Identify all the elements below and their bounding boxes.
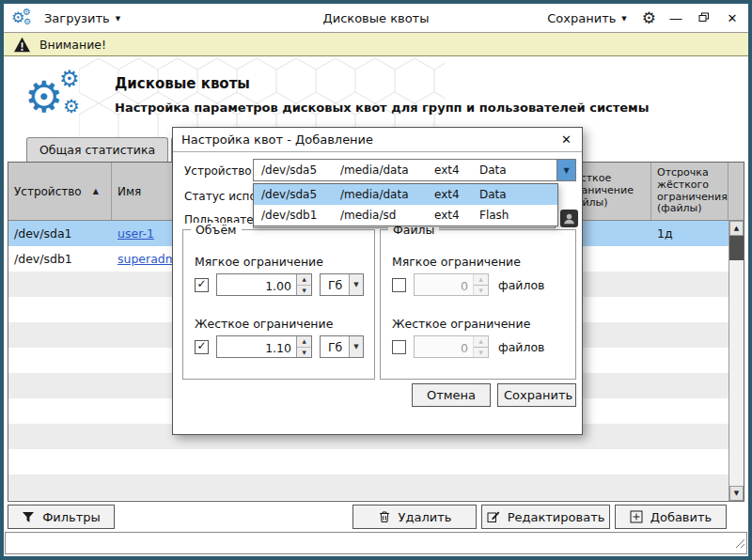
page-subtitle: Настройка параметров дисковых квот для г… [115,101,649,115]
add-button[interactable]: Добавить [615,505,727,529]
hard-limit-files-value: 0 [415,336,473,357]
spin-down-button[interactable]: ▼ [474,348,488,358]
hard-limit-label: Жесткое ограничение [195,317,333,331]
app-window: ⚙ ⚙ ⚙ Загрузить ▼ Дисковые квоты Сохрани… [0,0,752,560]
filters-button[interactable]: Фильтры [8,505,115,529]
spin-down-button[interactable]: ▼ [297,286,311,296]
dialog-close-button[interactable]: ✕ [559,132,573,147]
unit-value: Гб [321,340,349,354]
gear-icon: ⚙ [59,68,80,90]
caret-down-icon: ▼ [734,490,739,497]
spin-up-button[interactable]: ▲ [297,274,311,286]
column-header-label: Отсрочка жёсткого ограничения (файлы) [657,167,728,216]
option-fs: ext4 [434,209,479,222]
hard-limit-checkbox[interactable]: ✓ [195,340,209,354]
column-header-name[interactable]: Имя [112,163,176,220]
user-link[interactable]: superadmin [118,252,176,266]
soft-limit-unit-select[interactable]: Гб ▼ [320,273,364,296]
device-option[interactable]: /dev/sdb1 /media/sd ext4 Flash [254,205,557,226]
table-row [8,449,728,474]
edit-icon [487,510,500,523]
hard-limit-value: 1.10 [217,336,296,357]
warning-banner: Внимание! [4,32,748,56]
option-volume: Flash [479,209,557,222]
titlebar: ⚙ ⚙ ⚙ Загрузить ▼ Дисковые квоты Сохрани… [4,4,748,32]
save-button[interactable]: Сохранить [497,383,576,407]
delete-label: Удалить [399,510,452,524]
device-combobox[interactable]: /dev/sda5 /media/data ext4 Data ▼ [253,159,576,181]
restore-icon [698,12,710,24]
option-mount: /media/data [340,188,434,201]
edit-button[interactable]: Редактировать [481,505,610,529]
files-group: Файлы Мягкое ограничение 0 ▲ ▼ файлов Же… [380,229,576,380]
spin-up-button[interactable]: ▲ [474,336,488,348]
check-icon: ✓ [196,278,206,289]
dialog-title: Настройка квот - Добавление [181,132,373,147]
select-user-button[interactable] [559,210,578,228]
spin-up-button[interactable]: ▲ [297,336,311,348]
maximize-button[interactable] [696,12,713,24]
save-menu-button[interactable]: Сохранить ▼ [543,8,631,29]
spin-down-button[interactable]: ▼ [474,286,488,296]
spin-up-button[interactable]: ▲ [474,274,488,286]
combo-dropdown-button[interactable]: ▼ [556,160,575,180]
column-header-label: Устройство [14,185,82,198]
unit-value: Гб [321,278,349,292]
sort-ascending-icon: ▲ [93,187,99,195]
table-row [8,474,728,500]
cancel-button[interactable]: Отмена [412,383,491,407]
chevron-down-icon: ▼ [621,15,626,23]
vertical-scrollbar[interactable]: ▲ ▼ [728,221,744,501]
soft-limit-spinbox[interactable]: 1.00 ▲ ▼ [216,273,312,296]
cell-name: superadmin [112,246,176,272]
soft-limit-value: 1.00 [217,274,296,295]
gear-icon: ⚙ [24,75,63,118]
status-bar [5,532,747,554]
scrollbar-track[interactable] [729,236,744,486]
scroll-up-button[interactable]: ▲ [729,221,744,236]
user-icon [560,216,578,230]
quota-dialog: Настройка квот - Добавление ✕ Устройство… [172,127,583,435]
combo-mount-value: /media/data [340,163,434,177]
gear-icon: ⚙ [63,97,80,116]
minimize-button[interactable]: — [667,12,684,24]
files-suffix-label: файлов [498,340,544,354]
cell-device: /dev/sda1 [8,221,112,246]
load-menu-button[interactable]: Загрузить ▼ [40,8,124,29]
hard-limit-spinbox[interactable]: 1.10 ▲ ▼ [216,335,312,358]
gear-icon: ⚙ [23,8,31,17]
dialog-titlebar: Настройка квот - Добавление ✕ [173,128,582,152]
scroll-down-button[interactable]: ▼ [729,486,744,501]
volume-group-legend: Объём [191,223,242,237]
device-option[interactable]: /dev/sda5 /media/data ext4 Data [254,184,557,205]
caret-up-icon: ▲ [734,225,739,232]
soft-limit-files-checkbox[interactable] [392,278,406,292]
option-mount: /media/sd [340,209,434,222]
tab-label: Общая статистика [39,143,155,157]
warning-icon [13,37,31,53]
hard-limit-unit-select[interactable]: Гб ▼ [320,335,364,358]
chevron-down-icon: ▼ [116,15,120,23]
option-device: /dev/sda5 [254,188,340,201]
chevron-down-icon: ▼ [349,336,363,357]
hard-limit-files-spinbox[interactable]: 0 ▲ ▼ [414,335,489,358]
save-menu-label: Сохранить [547,11,616,25]
spin-down-button[interactable]: ▼ [297,348,311,358]
delete-button[interactable]: Удалить [352,505,477,529]
combo-volume-value: Data [479,163,556,177]
hard-limit-files-checkbox[interactable] [392,340,406,354]
scrollbar-thumb[interactable] [729,236,744,260]
plus-icon [630,510,643,523]
settings-gear-button[interactable]: ⚙ [642,10,656,26]
tab-general-statistics[interactable]: Общая статистика [26,137,168,162]
resize-grip[interactable] [735,535,745,552]
user-link[interactable]: user-1 [118,226,154,241]
combo-fs-value: ext4 [434,163,479,177]
trash-icon [378,510,391,523]
close-button[interactable]: ✕ [724,12,741,24]
column-header-grace-files[interactable]: Отсрочка жёсткого ограничения (файлы) [651,163,728,220]
app-logo-icon: ⚙ ⚙ ⚙ [24,68,88,128]
soft-limit-checkbox[interactable]: ✓ [195,278,209,292]
soft-limit-files-spinbox[interactable]: 0 ▲ ▼ [414,273,489,296]
column-header-device[interactable]: Устройство ▲ [8,163,112,220]
